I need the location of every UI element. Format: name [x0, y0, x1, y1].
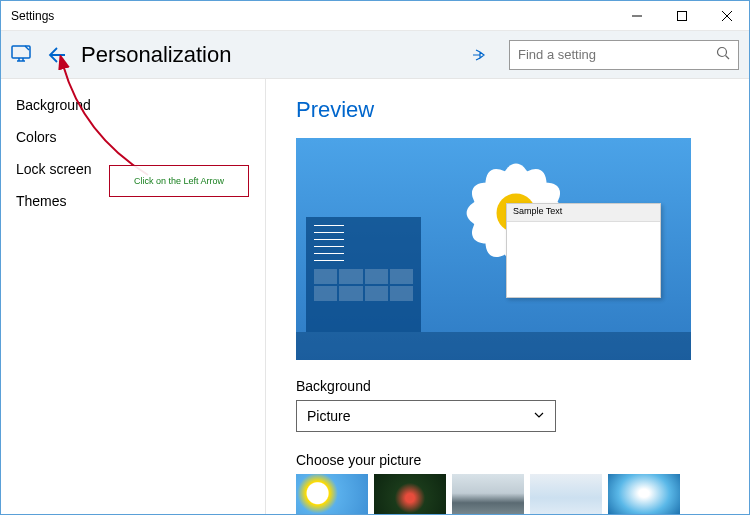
- picture-thumb-5[interactable]: [608, 474, 680, 514]
- content-area: Preview: [266, 79, 749, 514]
- body: Background Colors Lock screen Themes Pre…: [1, 79, 749, 514]
- picture-thumb-1[interactable]: [296, 474, 368, 514]
- pin-button[interactable]: [463, 40, 493, 70]
- sidebar-item-background[interactable]: Background: [1, 89, 265, 121]
- picture-thumbnails: [296, 474, 719, 514]
- preview-taskbar: [296, 332, 691, 360]
- picture-thumb-4[interactable]: [530, 474, 602, 514]
- sidebar-item-label: Background: [16, 97, 91, 113]
- sidebar-item-label: Themes: [16, 193, 67, 209]
- chevron-down-icon: [533, 407, 545, 425]
- search-input[interactable]: [518, 47, 716, 62]
- close-button[interactable]: [704, 1, 749, 31]
- preview-start-menu: [306, 217, 421, 332]
- annotation-text: Click on the Left Arrow: [134, 176, 224, 186]
- sidebar-item-label: Colors: [16, 129, 56, 145]
- picture-thumb-3[interactable]: [452, 474, 524, 514]
- page-title: Personalization: [81, 42, 453, 68]
- background-dropdown[interactable]: Picture: [296, 400, 556, 432]
- window-controls: [614, 1, 749, 31]
- preview-window-title: Sample Text: [507, 204, 660, 222]
- annotation-callout: Click on the Left Arrow: [109, 165, 249, 197]
- sidebar-item-label: Lock screen: [16, 161, 91, 177]
- picture-thumb-2[interactable]: [374, 474, 446, 514]
- title-bar: Settings: [1, 1, 749, 31]
- background-label: Background: [296, 378, 719, 394]
- dropdown-value: Picture: [307, 408, 351, 424]
- sidebar: Background Colors Lock screen Themes: [1, 79, 266, 514]
- back-button[interactable]: [41, 40, 71, 70]
- preview-sample-window: Sample Text: [506, 203, 661, 298]
- header-bar: Personalization: [1, 31, 749, 79]
- choose-picture-label: Choose your picture: [296, 452, 719, 468]
- personalization-icon: [11, 43, 31, 67]
- maximize-button[interactable]: [659, 1, 704, 31]
- svg-rect-1: [677, 11, 686, 20]
- svg-line-9: [726, 55, 730, 59]
- sidebar-item-colors[interactable]: Colors: [1, 121, 265, 153]
- window-title: Settings: [11, 9, 614, 23]
- search-icon: [716, 46, 730, 64]
- search-box[interactable]: [509, 40, 739, 70]
- desktop-preview: Sample Text: [296, 138, 691, 360]
- svg-point-8: [718, 47, 727, 56]
- minimize-button[interactable]: [614, 1, 659, 31]
- preview-heading: Preview: [296, 97, 719, 123]
